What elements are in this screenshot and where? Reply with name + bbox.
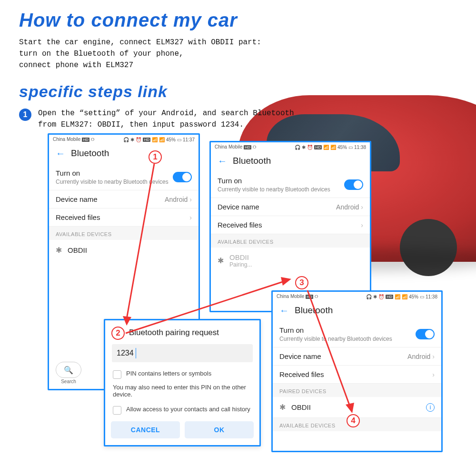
chevron-right-icon: ›: [189, 214, 192, 221]
callout-3: 3: [295, 276, 308, 289]
battery-icon: ▭: [177, 137, 181, 142]
bluetooth-header: ← Bluetooth: [49, 143, 198, 164]
chevron-right-icon: ›: [432, 353, 435, 360]
chevron-right-icon: ›: [361, 221, 363, 229]
status-time: 11:38: [426, 294, 437, 299]
battery-pct: 45%: [337, 145, 347, 150]
bluetooth-icon: ✱: [279, 403, 286, 412]
hd-badge-icon: HD: [244, 145, 251, 149]
search-icon: 🔍: [64, 366, 73, 375]
device-obdii-pairing-row[interactable]: ✱ OBDII Pairing...: [211, 248, 370, 274]
turn-on-subtitle: Currently visible to nearby Bluetooth de…: [218, 186, 330, 193]
svg-marker-3: [281, 277, 291, 286]
step-1-line: from ELM327: OBDII, then input password …: [38, 119, 294, 130]
swirl-icon: ୦: [91, 137, 94, 142]
carrier-label: China Mobile HD ୦: [215, 144, 256, 150]
status-right: 🎧✱⏰ HD 📶📶 45% ▭ 11:38: [366, 294, 437, 299]
device-name-value: Android: [165, 196, 188, 203]
dialog-note: You may also need to enter this PIN on t…: [105, 382, 259, 403]
device-name-value: Android: [336, 203, 359, 211]
svg-marker-5: [346, 403, 354, 413]
bluetooth-status-icon: ✱: [302, 145, 306, 150]
hd-badge-icon: HD: [143, 138, 150, 142]
callout-4: 4: [347, 414, 360, 427]
signal-icon: 📶: [402, 294, 407, 299]
checkbox-label: Allow access to your contacts and call h…: [126, 406, 250, 413]
battery-pct: 45%: [409, 294, 418, 299]
device-name: OBDII: [229, 253, 252, 261]
headphone-icon: 🎧: [366, 294, 372, 299]
battery-pct: 45%: [166, 137, 176, 142]
signal-icon: 📶: [159, 137, 165, 142]
step-1-row: 1 Open the “setting” of your Android, an…: [19, 108, 457, 130]
available-devices-header: AVAILABLE DEVICES: [211, 234, 370, 248]
carrier-label: China Mobile HD ୦: [53, 137, 94, 142]
received-files-label: Received files: [218, 221, 262, 229]
search-button[interactable]: 🔍 Search: [56, 362, 81, 384]
svg-line-2: [126, 281, 286, 333]
turn-on-row: Turn on Currently visible to nearby Blue…: [211, 172, 370, 198]
headphone-icon: 🎧: [123, 137, 129, 142]
bluetooth-toggle[interactable]: [344, 179, 363, 190]
callout-1: 1: [149, 150, 162, 164]
headphone-icon: 🎧: [295, 145, 300, 150]
arrow-2-to-3: [124, 276, 295, 338]
device-name-row[interactable]: Device name Android›: [211, 198, 370, 216]
cancel-button[interactable]: CANCEL: [111, 421, 180, 438]
intro-line: turn on the Bluetooth of your phone,: [19, 48, 457, 60]
intro-line: connect phone with ELM327: [19, 60, 457, 71]
alarm-icon: ⏰: [307, 145, 313, 150]
pin-value: 1234: [117, 349, 134, 357]
chevron-right-icon: ›: [189, 196, 192, 203]
status-bar: China Mobile HD ୦ 🎧✱⏰ HD 📶📶 45% ▭ 11:38: [211, 142, 370, 151]
wifi-icon: 📶: [152, 137, 158, 142]
checkbox-label: PIN contains letters or symbols: [126, 370, 211, 377]
alarm-icon: ⏰: [136, 137, 141, 142]
device-name-label: Device name: [56, 195, 98, 203]
ok-button[interactable]: OK: [185, 421, 254, 438]
battery-icon: ▭: [348, 145, 353, 150]
allow-contacts-checkbox-row[interactable]: Allow access to your contacts and call h…: [105, 403, 259, 417]
header-title: Bluetooth: [233, 156, 271, 166]
pin-input[interactable]: 1234: [112, 344, 253, 362]
step-bullet-1: 1: [19, 109, 31, 121]
pairing-dialog: Bluetooth pairing request 1234 PIN conta…: [104, 319, 261, 446]
step-1-line: Open the “setting” of your Android, and …: [38, 108, 294, 119]
wifi-icon: 📶: [323, 145, 329, 150]
hd-badge-icon: HD: [82, 138, 89, 142]
status-right: 🎧 ✱ ⏰ HD 📶 📶 45% ▭ 11:37: [123, 137, 195, 142]
bluetooth-status-icon: ✱: [373, 294, 377, 299]
bluetooth-icon: ✱: [56, 246, 62, 255]
status-bar: China Mobile HD ୦ 🎧 ✱ ⏰ HD 📶 📶 45% ▭ 11:…: [49, 135, 198, 143]
received-files-label: Received files: [56, 213, 100, 221]
bluetooth-toggle[interactable]: [173, 172, 192, 182]
back-arrow-icon[interactable]: ←: [56, 149, 65, 158]
bluetooth-toggle[interactable]: [416, 329, 435, 339]
checkbox-icon[interactable]: [113, 370, 121, 379]
header-title: Bluetooth: [71, 148, 109, 159]
turn-on-label: Turn on: [56, 169, 80, 177]
bluetooth-header: ← Bluetooth: [211, 151, 370, 172]
svg-line-4: [307, 290, 350, 407]
battery-icon: ▭: [420, 294, 424, 299]
step-1-text: Open the “setting” of your Android, and …: [38, 108, 294, 130]
info-icon[interactable]: i: [426, 403, 435, 412]
status-time: 11:37: [183, 137, 195, 142]
bluetooth-status-icon: ✱: [130, 137, 134, 142]
pin-letters-checkbox-row[interactable]: PIN contains letters or symbols: [105, 367, 259, 382]
status-right: 🎧✱⏰ HD 📶📶 45% ▭ 11:38: [295, 145, 366, 150]
arrow-3-to-4: [305, 288, 362, 417]
callout-2: 2: [111, 327, 125, 340]
hd-badge-icon: HD: [386, 295, 393, 299]
device-name: OBDII: [68, 246, 87, 254]
back-arrow-icon[interactable]: ←: [218, 156, 227, 166]
status-time: 11:38: [354, 145, 366, 150]
swirl-icon: ୦: [253, 144, 256, 149]
page-title: How to connect my car: [19, 10, 457, 31]
bluetooth-icon: ✱: [218, 256, 224, 265]
search-label: Search: [61, 379, 76, 384]
received-files-row[interactable]: Received files ›: [211, 216, 370, 234]
checkbox-icon[interactable]: [113, 406, 121, 415]
chevron-right-icon: ›: [361, 203, 363, 211]
wifi-icon: 📶: [395, 294, 400, 299]
